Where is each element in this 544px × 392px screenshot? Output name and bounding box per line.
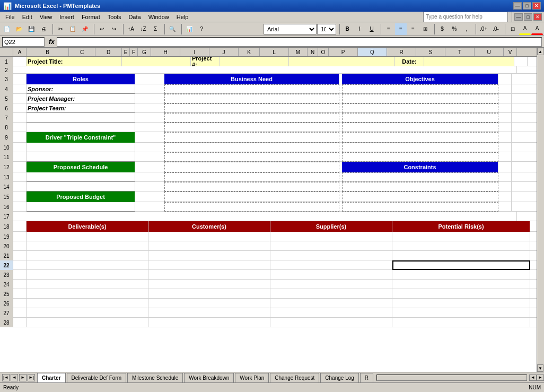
tab-next-button[interactable]: ►	[19, 374, 27, 381]
print-button[interactable]: 🖨	[38, 23, 49, 35]
cell-sponsor-label[interactable]: Sponsor:	[27, 84, 135, 94]
cell-a18[interactable]	[13, 221, 27, 232]
sheet-tab-workbreakdown[interactable]: Work Breakdown	[184, 373, 234, 382]
minimize-button[interactable]: —	[513, 2, 522, 10]
font-color-button[interactable]: A	[531, 23, 543, 35]
fontsize-selector[interactable]: 10	[317, 24, 336, 34]
cell-pm-label[interactable]: Project Manager:	[27, 94, 135, 103]
cell-bn-r6[interactable]	[164, 103, 339, 113]
col-header-p[interactable]: P	[329, 48, 358, 56]
cell-bn-r13[interactable]	[164, 172, 339, 182]
col-header-c[interactable]: C	[69, 48, 95, 56]
cell-driver-r11[interactable]	[27, 152, 135, 162]
cell-obj-r6[interactable]	[342, 103, 498, 113]
cell-risk-r19[interactable]	[392, 232, 530, 241]
cell-v12[interactable]	[498, 162, 512, 172]
col-header-d[interactable]: D	[95, 48, 122, 56]
cell-del-r19[interactable]	[27, 232, 148, 241]
col-header-k[interactable]: K	[239, 48, 260, 56]
cell-driver-r10[interactable]	[27, 143, 135, 152]
help-search-input[interactable]	[423, 12, 508, 22]
cell-budget-r16[interactable]	[27, 202, 135, 212]
save-button[interactable]: 💾	[25, 23, 37, 35]
ribbon-close-button[interactable]: ✕	[533, 13, 542, 21]
cell-objectives-header[interactable]: Objectives	[342, 74, 498, 84]
align-center-button[interactable]: ≡	[395, 23, 407, 35]
cell-sup-r19[interactable]	[270, 232, 392, 241]
scroll-left-button[interactable]: ◄	[529, 374, 537, 381]
ribbon-restore-button[interactable]: □	[524, 13, 532, 21]
menu-view[interactable]: View	[37, 13, 56, 21]
cell-suppliers-header[interactable]: Supplier(s)	[270, 221, 392, 232]
cell-cust-r28[interactable]	[148, 318, 270, 327]
cell-v28[interactable]	[530, 318, 537, 327]
cell-v4[interactable]	[498, 84, 512, 94]
cell-business-need-header[interactable]: Business Need	[164, 74, 339, 84]
cell-v11[interactable]	[498, 152, 512, 162]
cell-del-r24[interactable]	[27, 280, 148, 289]
cell-sched-r13[interactable]	[27, 172, 135, 182]
cell-a8[interactable]	[13, 123, 27, 132]
cell-sup-r27[interactable]	[270, 308, 392, 318]
cell-a6[interactable]	[13, 103, 27, 113]
cell-a21[interactable]	[13, 251, 27, 260]
cell-risk-r24[interactable]	[392, 280, 530, 289]
cell-del-r25[interactable]	[27, 289, 148, 299]
align-left-button[interactable]: ≡	[383, 23, 394, 35]
scroll-right-button[interactable]: ►	[537, 374, 544, 381]
italic-button[interactable]: I	[354, 23, 365, 35]
percent-button[interactable]: %	[449, 23, 460, 35]
ribbon-minimize-button[interactable]: —	[514, 13, 523, 21]
horizontal-scroll[interactable]	[376, 374, 527, 381]
cell-a4[interactable]	[13, 84, 27, 94]
cell-a9[interactable]	[13, 132, 27, 143]
cell-v16[interactable]	[498, 202, 512, 212]
cell-cust-r27[interactable]	[148, 308, 270, 318]
tab-first-button[interactable]: |◄	[2, 374, 10, 381]
cell-risk-r25[interactable]	[392, 289, 530, 299]
cell-project-num-value[interactable]	[220, 57, 289, 66]
cell-cust-r20[interactable]	[148, 241, 270, 251]
cell-cust-r24[interactable]	[148, 280, 270, 289]
cell-a26[interactable]	[13, 299, 27, 308]
zoom-button[interactable]: 🔍	[166, 23, 178, 35]
name-box[interactable]: Q22	[2, 37, 45, 47]
cell-a1[interactable]	[13, 57, 27, 66]
cut-button[interactable]: ✂	[55, 23, 66, 35]
cell-sup-r25[interactable]	[270, 289, 392, 299]
col-header-v[interactable]: V	[504, 48, 517, 56]
cell-v21[interactable]	[530, 251, 537, 260]
sheet-tab-deliverable[interactable]: Deliverable Def Form	[67, 373, 126, 382]
cell-v10[interactable]	[498, 143, 512, 152]
cell-cust-r26[interactable]	[148, 299, 270, 308]
cell-v3[interactable]	[498, 74, 512, 84]
tab-last-button[interactable]: ►|	[28, 374, 35, 381]
cell-v19[interactable]	[530, 232, 537, 241]
cell-bn-r14[interactable]	[164, 182, 339, 191]
cell-v23[interactable]	[530, 270, 537, 280]
cell-a3[interactable]	[13, 74, 27, 84]
cell-a11[interactable]	[13, 152, 27, 162]
scroll-up-button[interactable]: ▲	[537, 48, 543, 55]
cell-roles-r7[interactable]	[27, 113, 135, 123]
align-right-button[interactable]: ≡	[407, 23, 419, 35]
sheet-tab-milestone[interactable]: Milestone Schedule	[127, 373, 183, 382]
cell-obj-r11[interactable]	[342, 152, 498, 162]
decrease-decimal-button[interactable]: .0-	[490, 23, 502, 35]
cell-del-r22[interactable]	[27, 260, 148, 270]
increase-decimal-button[interactable]: .0+	[478, 23, 489, 35]
scroll-down-button[interactable]: ▼	[537, 364, 543, 372]
cell-v25[interactable]	[530, 289, 537, 299]
cell-date-value[interactable]	[424, 57, 514, 66]
cell-risk-r26[interactable]	[392, 299, 530, 308]
cell-v24[interactable]	[530, 280, 537, 289]
cell-q22-selected[interactable]	[392, 260, 530, 270]
cell-v20[interactable]	[530, 241, 537, 251]
col-header-f[interactable]: F	[130, 48, 138, 56]
menu-edit[interactable]: Edit	[19, 13, 36, 21]
col-header-g[interactable]: G	[138, 48, 151, 56]
cell-a28[interactable]	[13, 318, 27, 327]
cell-customers-header[interactable]: Customer(s)	[148, 221, 270, 232]
cell-constraints-r16[interactable]	[342, 202, 498, 212]
cell-bn-r9[interactable]	[164, 132, 339, 143]
